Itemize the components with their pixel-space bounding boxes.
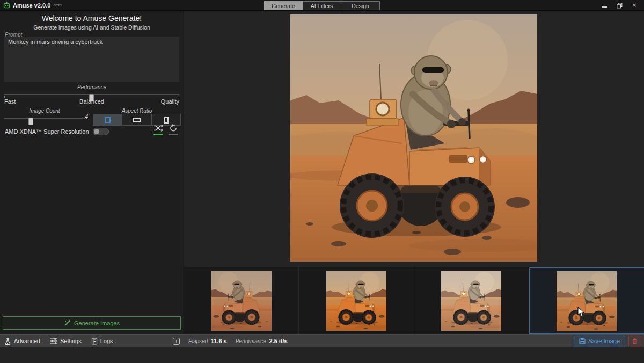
minimize-button[interactable]	[597, 0, 612, 11]
performance-label: Perfomance	[0, 84, 184, 90]
save-icon	[579, 338, 586, 344]
generate-settings-panel: Welcome to Amuse Generate! Generate imag…	[0, 11, 184, 334]
settings-sliders-icon	[50, 338, 57, 344]
performance-options: Fast Balanced Quality	[4, 98, 179, 105]
welcome-block: Welcome to Amuse Generate! Generate imag…	[0, 11, 184, 31]
refresh-inactive-indicator	[169, 134, 178, 135]
main-tabs: Generate AI Filters Design	[264, 1, 380, 10]
refresh-button[interactable]	[169, 124, 178, 135]
aspect-ratio-square-button[interactable]	[93, 114, 122, 125]
thumbnail-strip	[184, 267, 644, 334]
tab-generate[interactable]: Generate	[264, 1, 303, 10]
status-bar-right: Save Image	[574, 336, 641, 346]
welcome-title: Welcome to Amuse Generate!	[0, 14, 184, 23]
thumbnail-4-image[interactable]	[557, 271, 617, 331]
flask-icon	[4, 338, 11, 345]
shuffle-active-indicator	[153, 134, 163, 135]
robot-icon	[3, 2, 10, 9]
content-row: Welcome to Amuse Generate! Generate imag…	[0, 11, 644, 334]
status-bar: Advanced Settings	[0, 334, 644, 347]
shuffle-icon	[153, 124, 163, 132]
performance-stat-value: 2.5 it/s	[269, 338, 288, 344]
settings-button[interactable]: Settings	[50, 338, 82, 344]
image-count-slider[interactable]	[4, 114, 85, 122]
save-image-button[interactable]: Save Image	[574, 336, 625, 346]
aspect-ratio-label: Aspect Ratio	[93, 108, 181, 114]
logs-label: Logs	[100, 338, 113, 344]
image-viewer	[184, 11, 644, 267]
close-icon: ×	[632, 3, 636, 8]
performance-stat-label: Performance:	[236, 338, 268, 344]
image-viewer-area	[184, 11, 644, 334]
performance-slider[interactable]	[4, 91, 179, 98]
elapsed-value: 11.6 s	[211, 338, 227, 344]
image-count-slider-thumb[interactable]	[28, 118, 33, 125]
shuffle-prompt-button[interactable]	[153, 124, 163, 135]
elapsed-stat: Elapsed: 11.6 s	[188, 338, 227, 344]
aspect-ratio-portrait-button[interactable]	[151, 114, 180, 125]
restore-icon	[617, 3, 623, 9]
aspect-ratio-landscape-button[interactable]	[122, 114, 151, 125]
elapsed-label: Elapsed:	[188, 338, 209, 344]
logs-icon	[91, 338, 98, 345]
super-resolution-row: AMD XDNA™ Super Resolution	[5, 128, 109, 135]
prompt-input[interactable]: Monkey in mars driving a cybertruck	[4, 37, 179, 82]
advanced-button[interactable]: Advanced	[4, 338, 40, 345]
restore-button[interactable]	[612, 0, 627, 11]
portrait-ratio-icon	[164, 117, 169, 124]
slider-tick	[179, 96, 179, 98]
info-icon[interactable]: i	[173, 338, 180, 345]
welcome-subtitle: Generate images using AI and Stable Diff…	[0, 24, 184, 31]
performance-option-quality[interactable]: Quality	[161, 98, 179, 105]
app-title: Amuse v2.0.0	[13, 2, 50, 9]
save-image-label: Save Image	[588, 338, 620, 344]
refresh-icon	[169, 124, 178, 132]
image-count-slider-track[interactable]	[4, 118, 85, 119]
status-bar-left: Advanced Settings	[0, 338, 113, 345]
magic-wand-icon	[64, 320, 71, 326]
minimize-icon	[602, 6, 607, 8]
amuse-app-window: Amuse v2.0.0 beta Generate AI Filters De…	[0, 0, 644, 363]
thumbnail-3-image[interactable]	[441, 271, 501, 331]
thumbnail-4-selected[interactable]	[529, 267, 644, 334]
slider-tick	[4, 96, 5, 98]
delete-image-button[interactable]	[628, 336, 641, 346]
super-resolution-label: AMD XDNA™ Super Resolution	[5, 128, 89, 135]
generated-image-preview	[290, 14, 537, 262]
app-title-beta-badge: beta	[53, 3, 62, 8]
window-controls: ×	[597, 0, 642, 11]
landscape-ratio-icon	[133, 118, 141, 122]
trash-icon	[632, 338, 638, 344]
title-bar: Amuse v2.0.0 beta Generate AI Filters De…	[0, 0, 644, 11]
status-bar-stats: i Elapsed: 11.6 s Performance: 2.5 it/s	[173, 338, 288, 345]
super-resolution-toggle[interactable]	[93, 128, 109, 135]
square-ratio-icon	[105, 117, 111, 123]
close-button[interactable]: ×	[627, 0, 642, 11]
thumbnail-1[interactable]	[184, 267, 299, 334]
thumbnail-2[interactable]	[299, 267, 414, 334]
generate-images-label: Generate Images	[74, 320, 120, 326]
thumbnail-1-image[interactable]	[211, 271, 272, 331]
app-identity: Amuse v2.0.0 beta	[0, 2, 62, 9]
performance-stat: Performance: 2.5 it/s	[236, 338, 288, 344]
image-count-value: 4	[85, 113, 88, 120]
advanced-label: Advanced	[14, 338, 40, 344]
logs-button[interactable]: Logs	[91, 338, 113, 345]
thumbnail-3[interactable]	[414, 267, 529, 334]
image-count-label: Image Count	[4, 108, 85, 114]
prompt-tools	[153, 124, 178, 135]
generate-images-button[interactable]: Generate Images	[3, 316, 181, 330]
performance-option-balanced[interactable]: Balanced	[4, 98, 179, 105]
tab-design[interactable]: Design	[341, 1, 380, 10]
toggle-knob	[94, 129, 99, 134]
tab-ai-filters[interactable]: AI Filters	[303, 1, 341, 10]
thumbnail-2-image[interactable]	[326, 271, 386, 331]
settings-label: Settings	[60, 338, 82, 344]
